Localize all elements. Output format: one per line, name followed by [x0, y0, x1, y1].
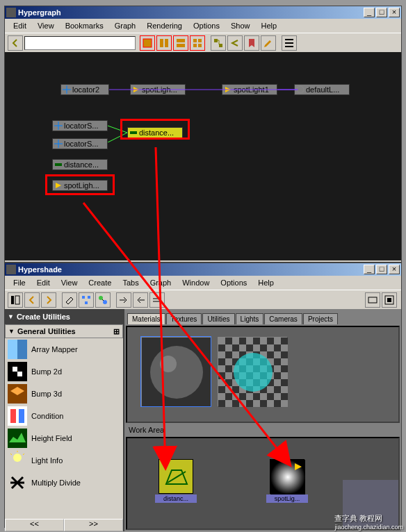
- tab-projects[interactable]: Projects: [303, 313, 338, 324]
- svg-rect-47: [270, 460, 305, 494]
- swatch-lambert[interactable]: [141, 337, 211, 406]
- inout-button[interactable]: [149, 292, 165, 308]
- connection-line-2: [277, 87, 298, 94]
- close-button[interactable]: ×: [389, 265, 400, 274]
- tab-cameras[interactable]: Cameras: [264, 313, 302, 324]
- tab-utilities[interactable]: Utilities: [202, 313, 234, 324]
- close-button[interactable]: ×: [389, 8, 400, 17]
- hypergraph-titlebar[interactable]: Hypergraph _ □ ×: [5, 6, 401, 19]
- app-icon: [6, 265, 16, 274]
- node-locators1[interactable]: locatorS...: [52, 120, 108, 131]
- svg-rect-26: [387, 298, 391, 302]
- menu-view[interactable]: View: [32, 20, 60, 31]
- tool-button-a[interactable]: [211, 35, 226, 51]
- hypershade-toolbar: [5, 290, 401, 309]
- menu-help[interactable]: Help: [255, 20, 282, 31]
- hypergraph-window: Hypergraph _ □ × Edit View Bookmarks Gra…: [4, 6, 402, 263]
- svg-rect-31: [17, 372, 22, 376]
- layout-button-4[interactable]: [190, 35, 205, 51]
- svg-rect-18: [82, 296, 85, 299]
- menu-bookmarks[interactable]: Bookmarks: [60, 20, 109, 31]
- hypershade-window: Hypershade _ □ × File Edit View Create T…: [4, 263, 402, 528]
- menu-edit[interactable]: Edit: [31, 277, 56, 288]
- pager: << >>: [5, 519, 123, 531]
- pager-next[interactable]: >>: [64, 519, 123, 531]
- hypershade-tabs: Materials Textures Utilities Lights Came…: [124, 309, 401, 324]
- svg-rect-8: [198, 44, 202, 47]
- input-button[interactable]: [116, 292, 131, 308]
- create-utilities-header[interactable]: Create Utilities: [5, 309, 123, 324]
- node-defaultl[interactable]: defaultL...: [294, 84, 350, 95]
- menu-rendering[interactable]: Rendering: [141, 20, 188, 31]
- menu-show[interactable]: Show: [225, 20, 256, 31]
- menu-graph[interactable]: Graph: [145, 277, 177, 288]
- address-input[interactable]: [24, 36, 136, 50]
- menu-help[interactable]: Help: [252, 277, 279, 288]
- tab-textures[interactable]: Textures: [166, 313, 202, 324]
- menu-window[interactable]: Window: [177, 277, 215, 288]
- layout-button-3[interactable]: [173, 35, 188, 51]
- menu-view[interactable]: View: [56, 277, 83, 288]
- worknode-distance[interactable]: distanc...: [155, 459, 197, 503]
- output-button[interactable]: [133, 292, 148, 308]
- node-distance2[interactable]: distance...: [52, 159, 108, 170]
- tab-materials[interactable]: Materials: [127, 313, 165, 324]
- materials-area[interactable]: [126, 326, 400, 423]
- bookmark-button[interactable]: [244, 35, 259, 51]
- menu-options[interactable]: Options: [188, 20, 225, 31]
- tab-lights[interactable]: Lights: [236, 313, 264, 324]
- edit-button[interactable]: [261, 35, 276, 51]
- item-array-mapper[interactable]: Array Mapper: [5, 338, 123, 360]
- container-button[interactable]: [365, 292, 380, 308]
- maximize-button[interactable]: □: [376, 265, 387, 274]
- rearrange-button[interactable]: [79, 292, 94, 308]
- menu-tabs[interactable]: Tabs: [117, 277, 144, 288]
- node-locator2[interactable]: locator2: [60, 84, 109, 95]
- item-bump-2d[interactable]: Bump 2d: [5, 360, 123, 383]
- minimize-button[interactable]: _: [364, 265, 375, 274]
- svg-rect-36: [8, 429, 27, 448]
- layout-button-2[interactable]: [156, 35, 172, 51]
- menu-create[interactable]: Create: [83, 277, 117, 288]
- menu-file[interactable]: File: [8, 277, 31, 288]
- item-condition[interactable]: Condition: [5, 405, 123, 427]
- node-locators2[interactable]: locatorS...: [52, 138, 108, 149]
- layout-button-1[interactable]: [140, 35, 155, 51]
- svg-point-39: [150, 346, 203, 399]
- create-panel: Create Utilities General Utilities ⊞ Arr…: [5, 309, 123, 531]
- maximize-button[interactable]: □: [376, 8, 387, 17]
- menu-graph[interactable]: Graph: [109, 20, 142, 31]
- hypershade-titlebar[interactable]: Hypershade _ □ ×: [5, 263, 401, 276]
- connection-line: [109, 87, 297, 94]
- item-multiply-divide[interactable]: Multiply Divide: [5, 472, 123, 494]
- svg-line-23: [102, 299, 104, 301]
- item-height-field[interactable]: Height Field: [5, 427, 123, 449]
- next-button[interactable]: [41, 292, 56, 308]
- hypershade-body: Create Utilities General Utilities ⊞ Arr…: [5, 309, 401, 531]
- item-light-info[interactable]: Light Info: [5, 449, 123, 472]
- pager-prev[interactable]: <<: [5, 519, 64, 531]
- worknode-spotlig[interactable]: spotLig...: [266, 459, 308, 503]
- menu-options[interactable]: Options: [215, 277, 252, 288]
- svg-rect-3: [177, 39, 185, 42]
- item-bump-3d[interactable]: Bump 3d: [5, 383, 123, 405]
- general-utilities-header[interactable]: General Utilities ⊞: [5, 324, 123, 338]
- toggle-panel-button[interactable]: [8, 292, 23, 308]
- minimize-button[interactable]: _: [364, 8, 375, 17]
- svg-rect-19: [88, 296, 90, 299]
- menu-edit[interactable]: Edit: [8, 20, 32, 31]
- swatch-checker[interactable]: [218, 337, 287, 406]
- show-button[interactable]: [382, 292, 397, 308]
- hypergraph-canvas[interactable]: locator2 spotLigh... spotLight1 defaultL…: [5, 52, 401, 260]
- svg-point-46: [234, 353, 273, 392]
- graph-button[interactable]: [95, 292, 111, 308]
- hypershade-menubar: File Edit View Create Tabs Graph Window …: [5, 276, 401, 290]
- prev-button[interactable]: [24, 292, 40, 308]
- hypergraph-title: Hypergraph: [18, 8, 362, 17]
- clear-button[interactable]: [62, 292, 77, 308]
- list-button[interactable]: [282, 35, 297, 51]
- tool-button-b[interactable]: [227, 35, 243, 51]
- back-button[interactable]: [8, 35, 23, 51]
- svg-rect-16: [11, 296, 14, 304]
- svg-rect-35: [19, 409, 24, 423]
